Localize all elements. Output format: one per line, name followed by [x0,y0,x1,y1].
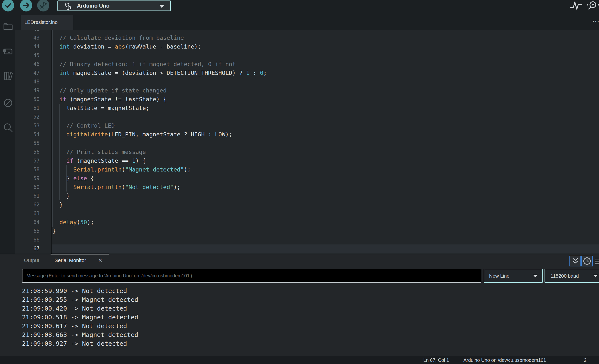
books-icon [3,71,13,81]
ban-icon [3,98,13,108]
editor-tab-label: LEDresistor.ino [24,20,58,25]
code-line-42: 42 [15,30,599,33]
close-icon[interactable]: ✕ [98,254,103,267]
serial-line: 21:08:59.990 -> Not detected [22,286,127,295]
code-text: // Control LED [53,121,115,130]
code-text: // Calculate deviation from baseline [53,33,184,42]
sidebar-item-debug[interactable] [3,98,13,108]
chevron-down-icon [593,275,598,277]
line-number: 59 [15,174,40,183]
code-text: // Only update if state changed [53,86,167,95]
serial-line: 21:09:08.927 -> Not detected [22,339,127,348]
code-line-48: 48 [15,77,599,86]
line-number: 52 [15,112,40,121]
sidebar-item-search[interactable] [3,122,13,133]
board-icon [3,46,13,57]
code-line-47: 47 int magnetState = (deviation > DETECT… [15,69,599,77]
line-ending-value: New Line [489,273,509,279]
chevron-down-icon [159,5,164,8]
serial-line: 21:09:00.255 -> Magnet detected [22,295,138,304]
tab-serial-monitor[interactable]: Serial Monitor [54,254,86,267]
line-number: 56 [15,148,40,156]
sidebar-item-sketchbook[interactable] [3,21,13,32]
magnifier-icon [3,122,13,133]
cursor-position: Ln 67, Col 1 [423,357,449,363]
right-arrow-icon [20,0,32,11]
code-line-50: 50 if (magnetState != lastState) { [15,95,599,104]
code-line-45: 45 [15,51,599,60]
tab-ledresistor-ino[interactable]: LEDresistor.ino [21,15,73,30]
line-number: 55 [15,139,40,148]
code-text: } [53,192,70,200]
folder-icon [3,21,13,32]
verify-button[interactable] [2,0,14,11]
line-number: 64 [15,218,40,227]
code-line-65: 65} [15,227,599,235]
code-line-57: 57 if (magnetState == 1) { [15,156,599,165]
board-connection-status[interactable]: Arduino Uno on /dev/cu.usbmodem101 [463,357,546,363]
board-selector-label: Arduino Uno [77,3,109,9]
code-text: // Print status message [53,148,146,156]
line-number: 65 [15,227,40,235]
line-number: 48 [15,77,40,86]
serial-line: 21:09:08.663 -> Magnet detected [22,330,138,339]
code-line-59: 59 } else { [15,174,599,183]
upload-button[interactable] [20,0,32,11]
toolbar: Arduino Uno [0,0,599,14]
line-number: 54 [15,130,40,139]
code-text: lastState = magnetState; [53,104,149,112]
code-text: Serial.println("Not detected"); [53,183,181,192]
code-line-53: 53 // Control LED [15,121,599,130]
statusbar: Ln 67, Col 1 Arduino Uno on /dev/cu.usbm… [0,356,599,364]
code-text: Serial.println("Magnet detected"); [53,165,191,174]
code-line-54: 54 digitalWrite(LED_PIN, magnetState ? H… [15,130,599,139]
code-line-56: 56 // Print status message [15,148,599,156]
line-number: 44 [15,42,40,51]
code-line-49: 49 // Only update if state changed [15,86,599,95]
code-line-44: 44 int deviation = abs(rawValue - baseli… [15,42,599,51]
lines-icon[interactable] [595,258,599,265]
line-number: 62 [15,200,40,209]
usb-icon [63,2,73,11]
code-line-55: 55 [15,139,599,148]
baud-rate-dropdown[interactable]: 115200 baud [545,269,599,283]
sidebar-item-library-manager[interactable] [3,71,13,81]
timestamp-toggle-button[interactable] [581,256,593,266]
line-number: 66 [15,235,40,244]
check-icon [2,0,14,11]
code-line-66: 66 [15,235,599,244]
code-text: int magnetState = (deviation > DETECTION… [53,69,267,77]
code-text: delay(50); [53,218,94,227]
code-editor[interactable]: 4243 // Calculate deviation from baselin… [15,30,599,254]
code-text: } [53,227,56,235]
serial-message-input[interactable] [22,269,481,283]
serial-plotter-icon[interactable] [570,0,582,11]
line-number: 42 [15,30,40,33]
serial-line: 21:09:00.617 -> Not detected [22,322,127,330]
more-actions-icon[interactable]: ⋯ [592,17,599,25]
code-line-58: 58 Serial.println("Magnet detected"); [15,165,599,174]
editor-tabbar: LEDresistor.ino ⋯ [0,14,599,30]
tab-output[interactable]: Output [24,254,39,267]
line-number: 57 [15,156,40,165]
line-number: 50 [15,95,40,104]
board-selector-dropdown[interactable]: Arduino Uno [57,0,171,11]
line-number: 53 [15,121,40,130]
sidebar-item-boards-manager[interactable] [3,46,13,57]
notification-count: 2 [584,357,587,363]
baud-rate-value: 115200 baud [551,273,579,279]
serial-monitor-icon[interactable] [586,0,599,11]
line-ending-dropdown[interactable]: New Line [484,269,543,283]
line-number: 51 [15,104,40,112]
code-line-67: 67 [15,244,599,253]
line-number: 63 [15,209,40,218]
code-line-62: 62 } [15,200,599,209]
code-text: // Binary detection: 1 if magnet detecte… [53,60,236,69]
line-number: 58 [15,165,40,174]
autoscroll-toggle-button[interactable] [569,256,581,266]
line-number: 45 [15,51,40,60]
line-number: 46 [15,60,40,69]
code-line-61: 61 } [15,192,599,200]
chevron-down-icon [533,275,537,277]
debug-button[interactable] [37,0,49,11]
